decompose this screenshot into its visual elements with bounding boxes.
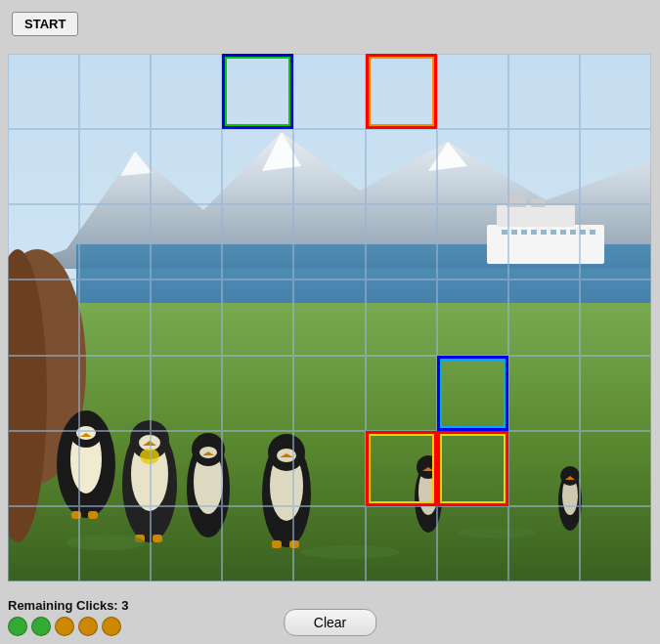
cell-6-5[interactable] — [366, 506, 437, 581]
grid-container — [8, 54, 651, 581]
cell-0-3[interactable] — [222, 54, 293, 129]
cell-6-1[interactable] — [79, 506, 151, 581]
cell-2-1[interactable] — [79, 204, 151, 279]
left-info: Remaining Clicks: 3 — [8, 598, 129, 636]
cell-4-3[interactable] — [222, 356, 293, 431]
cell-5-7[interactable] — [508, 431, 580, 506]
cell-3-2[interactable] — [151, 279, 222, 355]
cell-2-7[interactable] — [508, 204, 580, 279]
cell-4-5[interactable] — [366, 356, 437, 431]
cell-0-8[interactable] — [580, 54, 651, 129]
cell-3-1[interactable] — [79, 279, 151, 355]
dots-row — [8, 617, 129, 636]
cell-1-3[interactable] — [222, 129, 293, 204]
cell-0-7[interactable] — [508, 54, 580, 129]
cell-1-8[interactable] — [580, 129, 651, 204]
cell-6-6[interactable] — [437, 506, 508, 581]
cell-5-2[interactable] — [151, 431, 222, 506]
cell-0-2[interactable] — [151, 54, 222, 129]
cell-3-5[interactable] — [366, 279, 437, 355]
cell-5-8[interactable] — [580, 431, 651, 506]
cell-2-0[interactable] — [8, 204, 79, 279]
cell-2-6[interactable] — [437, 204, 508, 279]
cell-4-8[interactable] — [580, 356, 651, 431]
cell-3-0[interactable] — [8, 279, 79, 355]
status-dot-3 — [55, 617, 74, 636]
status-dot-1 — [8, 617, 27, 636]
cell-1-4[interactable] — [293, 129, 365, 204]
remaining-clicks-label: Remaining Clicks: 3 — [8, 598, 129, 613]
cell-4-4[interactable] — [293, 356, 365, 431]
cell-6-2[interactable] — [151, 506, 222, 581]
status-dot-2 — [31, 617, 51, 636]
cell-2-5[interactable] — [366, 204, 437, 279]
cell-6-0[interactable] — [8, 506, 79, 581]
cell-4-1[interactable] — [79, 356, 151, 431]
cell-4-6[interactable] — [437, 356, 508, 431]
cell-3-8[interactable] — [580, 279, 651, 355]
cell-1-1[interactable] — [79, 129, 151, 204]
cell-3-4[interactable] — [293, 279, 365, 355]
cell-6-4[interactable] — [293, 506, 365, 581]
cell-5-6[interactable] — [437, 431, 508, 506]
cell-0-4[interactable] — [293, 54, 365, 129]
cell-1-5[interactable] — [366, 129, 437, 204]
cell-0-1[interactable] — [79, 54, 151, 129]
cell-5-1[interactable] — [79, 431, 151, 506]
status-dot-4 — [78, 617, 98, 636]
cell-5-5[interactable] — [366, 431, 437, 506]
cell-1-2[interactable] — [151, 129, 222, 204]
cell-6-7[interactable] — [508, 506, 580, 581]
cell-3-3[interactable] — [222, 279, 293, 355]
cell-4-7[interactable] — [508, 356, 580, 431]
cell-4-0[interactable] — [8, 356, 79, 431]
status-dot-5 — [102, 617, 121, 636]
cell-2-3[interactable] — [222, 204, 293, 279]
cell-1-6[interactable] — [437, 129, 508, 204]
cell-2-4[interactable] — [293, 204, 365, 279]
cell-4-2[interactable] — [151, 356, 222, 431]
cell-0-5[interactable] — [366, 54, 437, 129]
cell-6-3[interactable] — [222, 506, 293, 581]
cell-5-3[interactable] — [222, 431, 293, 506]
bottom-bar: Remaining Clicks: 3 Clear — [8, 598, 652, 636]
cell-3-7[interactable] — [508, 279, 580, 355]
cell-5-4[interactable] — [293, 431, 365, 506]
cell-5-0[interactable] — [8, 431, 79, 506]
cell-2-2[interactable] — [151, 204, 222, 279]
cell-3-6[interactable] — [437, 279, 508, 355]
cell-1-0[interactable] — [8, 129, 79, 204]
cell-0-6[interactable] — [437, 54, 508, 129]
clear-button[interactable]: Clear — [284, 609, 376, 636]
grid-overlay — [8, 54, 651, 581]
cell-0-0[interactable] — [8, 54, 79, 129]
cell-2-8[interactable] — [580, 204, 651, 279]
start-button[interactable]: START — [12, 12, 78, 36]
cell-6-8[interactable] — [580, 506, 651, 581]
cell-1-7[interactable] — [508, 129, 580, 204]
